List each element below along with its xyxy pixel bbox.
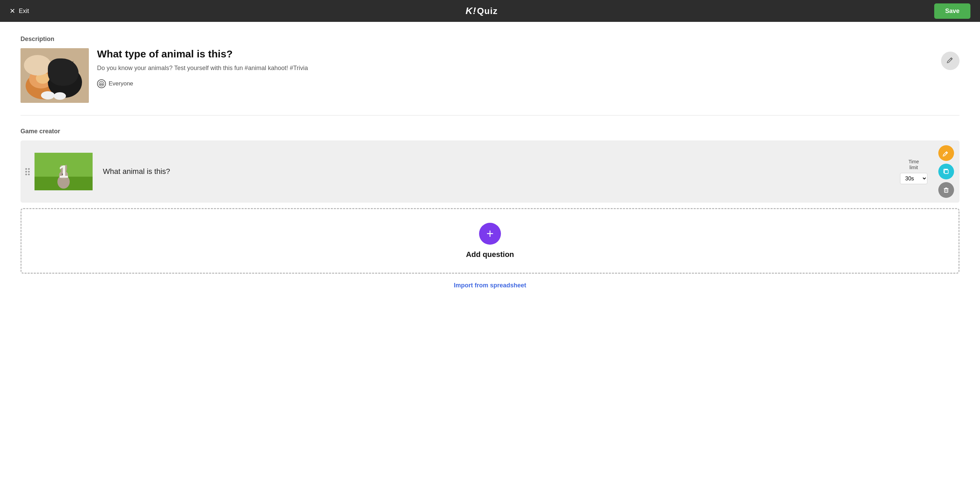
game-creator-section: Game creator — [21, 128, 959, 289]
description-edit-button[interactable] — [941, 52, 959, 70]
description-section-label: Description — [21, 35, 959, 43]
svg-marker-7 — [55, 61, 62, 68]
logo-text: Quiz — [477, 6, 498, 16]
question-duplicate-button[interactable] — [938, 164, 954, 180]
exit-button[interactable]: ✕ Exit — [10, 7, 29, 15]
drag-dots-bot — [25, 173, 30, 175]
svg-point-6 — [64, 67, 71, 76]
question-thumb-bg: 1 — [35, 153, 92, 190]
app-logo: K! Quiz — [466, 5, 498, 16]
quiz-subtitle: Do you know your animals? Test yourself … — [97, 64, 959, 72]
audience-icon — [97, 79, 106, 88]
drag-dot — [25, 173, 27, 175]
drag-dot — [28, 173, 30, 175]
description-card: What type of animal is this? Do you know… — [21, 48, 959, 103]
question-number: 1 — [59, 163, 69, 180]
add-question-label: Add question — [466, 250, 514, 259]
question-thumbnail: 1 — [35, 153, 92, 190]
question-edit-button[interactable] — [938, 145, 954, 161]
time-limit-label: Timelimit — [908, 159, 919, 170]
time-limit-select[interactable]: 5s 10s 20s 30s 60s 90s 120s 240s — [900, 173, 928, 184]
question-text: What animal is this? — [92, 167, 900, 176]
quiz-thumbnail — [21, 48, 89, 103]
audience-badge: Everyone — [97, 79, 959, 88]
plus-icon: + — [486, 227, 493, 241]
svg-point-10 — [54, 92, 66, 100]
game-creator-label: Game creator — [21, 128, 959, 135]
add-question-circle: + — [479, 223, 501, 245]
pencil-icon — [947, 56, 954, 65]
drag-dot — [28, 168, 30, 170]
drag-dots-top — [25, 168, 30, 170]
svg-rect-22 — [945, 189, 948, 192]
drag-dot — [28, 171, 30, 173]
save-button[interactable]: Save — [934, 3, 970, 19]
x-icon: ✕ — [10, 7, 15, 15]
cat-image — [21, 48, 89, 103]
question-delete-button[interactable] — [938, 182, 954, 198]
exit-label: Exit — [19, 8, 29, 15]
drag-dot — [25, 171, 27, 173]
svg-point-9 — [41, 91, 55, 99]
audience-label: Everyone — [109, 80, 133, 87]
main-content: Description — [0, 22, 980, 477]
svg-point-5 — [56, 67, 62, 76]
description-section: Description — [21, 35, 959, 103]
svg-point-11 — [36, 73, 49, 84]
question-row: 1 What animal is this? Timelimit 5s 10s … — [21, 140, 959, 203]
drag-handle[interactable] — [21, 140, 35, 203]
drag-dot — [25, 168, 27, 170]
section-divider — [21, 115, 959, 116]
drag-dots-mid — [25, 171, 30, 173]
question-actions — [933, 140, 959, 203]
time-limit-area: Timelimit 5s 10s 20s 30s 60s 90s 120s 24… — [900, 159, 928, 184]
add-question-area[interactable]: + Add question — [21, 208, 959, 274]
quiz-title: What type of animal is this? — [97, 48, 959, 60]
import-spreadsheet-link[interactable]: Import from spreadsheet — [21, 282, 959, 289]
svg-rect-21 — [945, 170, 948, 173]
app-header: ✕ Exit K! Quiz Save — [0, 0, 980, 22]
description-content: What type of animal is this? Do you know… — [97, 48, 959, 88]
cat-svg — [21, 48, 89, 103]
logo-k: K! — [466, 5, 477, 16]
svg-marker-8 — [68, 61, 73, 69]
svg-point-4 — [52, 64, 74, 83]
